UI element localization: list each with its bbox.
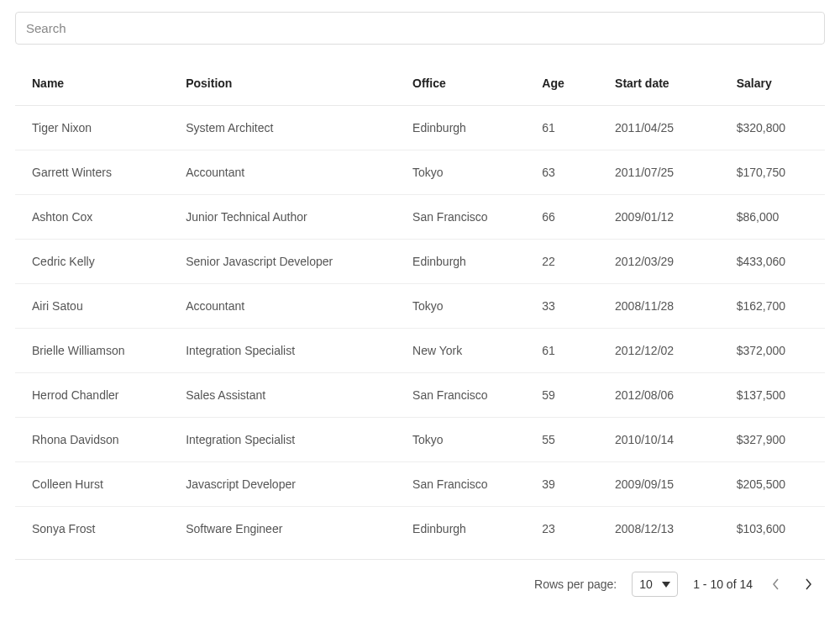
cell-salary: $433,060: [720, 240, 825, 284]
previous-page-button[interactable]: [768, 575, 785, 593]
column-header-position[interactable]: Position: [169, 61, 396, 106]
cell-start_date: 2012/08/06: [598, 373, 720, 418]
search-input[interactable]: [15, 12, 825, 45]
cell-start_date: 2010/10/14: [598, 418, 720, 462]
table-row[interactable]: Tiger NixonSystem ArchitectEdinburgh6120…: [15, 106, 825, 150]
cell-salary: $162,700: [720, 284, 825, 329]
cell-name: Tiger Nixon: [15, 106, 169, 150]
cell-salary: $372,000: [720, 329, 825, 373]
table-row[interactable]: Airi SatouAccountantTokyo332008/11/28$16…: [15, 284, 825, 329]
cell-name: Ashton Cox: [15, 195, 169, 240]
cell-position: Integration Specialist: [169, 329, 396, 373]
data-table-container: Name Position Office Age Start date Sala…: [15, 61, 825, 600]
pagination-range-info: 1 - 10 of 14: [693, 577, 753, 591]
cell-start_date: 2008/12/13: [598, 507, 720, 551]
cell-age: 39: [525, 462, 598, 507]
cell-position: Javascript Developer: [169, 462, 396, 507]
cell-name: Airi Satou: [15, 284, 169, 329]
cell-name: Cedric Kelly: [15, 240, 169, 284]
cell-salary: $320,800: [720, 106, 825, 150]
chevron-left-icon: [773, 578, 780, 590]
table-row[interactable]: Herrod ChandlerSales AssistantSan Franci…: [15, 373, 825, 418]
cell-salary: $137,500: [720, 373, 825, 418]
rows-per-page-select[interactable]: 10: [632, 572, 678, 597]
table-row[interactable]: Ashton CoxJunior Technical AuthorSan Fra…: [15, 195, 825, 240]
cell-age: 59: [525, 373, 598, 418]
cell-start_date: 2011/07/25: [598, 150, 720, 195]
cell-start_date: 2012/12/02: [598, 329, 720, 373]
cell-name: Garrett Winters: [15, 150, 169, 195]
table-row[interactable]: Rhona DavidsonIntegration SpecialistToky…: [15, 418, 825, 462]
cell-position: Junior Technical Author: [169, 195, 396, 240]
table-row[interactable]: Sonya FrostSoftware EngineerEdinburgh232…: [15, 507, 825, 551]
cell-office: Tokyo: [396, 284, 525, 329]
cell-age: 22: [525, 240, 598, 284]
cell-position: Senior Javascript Developer: [169, 240, 396, 284]
cell-salary: $170,750: [720, 150, 825, 195]
next-page-button[interactable]: [800, 575, 816, 593]
cell-position: System Architect: [169, 106, 396, 150]
cell-age: 63: [525, 150, 598, 195]
cell-position: Accountant: [169, 284, 396, 329]
cell-name: Colleen Hurst: [15, 462, 169, 507]
cell-position: Integration Specialist: [169, 418, 396, 462]
cell-office: San Francisco: [396, 373, 525, 418]
cell-start_date: 2011/04/25: [598, 106, 720, 150]
cell-salary: $327,900: [720, 418, 825, 462]
column-header-age[interactable]: Age: [525, 61, 598, 106]
data-table: Name Position Office Age Start date Sala…: [15, 61, 825, 551]
cell-start_date: 2008/11/28: [598, 284, 720, 329]
column-header-salary[interactable]: Salary: [720, 61, 825, 106]
cell-office: Edinburgh: [396, 507, 525, 551]
pagination-bar: Rows per page: 10 1 - 10 of 14: [15, 560, 825, 600]
cell-position: Accountant: [169, 150, 396, 195]
cell-office: Tokyo: [396, 150, 525, 195]
cell-position: Sales Assistant: [169, 373, 396, 418]
cell-name: Sonya Frost: [15, 507, 169, 551]
cell-age: 66: [525, 195, 598, 240]
cell-salary: $86,000: [720, 195, 825, 240]
cell-office: Tokyo: [396, 418, 525, 462]
column-header-office[interactable]: Office: [396, 61, 525, 106]
table-row[interactable]: Colleen HurstJavascript DeveloperSan Fra…: [15, 462, 825, 507]
cell-office: Edinburgh: [396, 106, 525, 150]
cell-name: Brielle Williamson: [15, 329, 169, 373]
cell-salary: $205,500: [720, 462, 825, 507]
cell-age: 33: [525, 284, 598, 329]
column-header-name[interactable]: Name: [15, 61, 169, 106]
cell-age: 23: [525, 507, 598, 551]
cell-age: 61: [525, 106, 598, 150]
table-row[interactable]: Brielle WilliamsonIntegration Specialist…: [15, 329, 825, 373]
cell-position: Software Engineer: [169, 507, 396, 551]
table-row[interactable]: Cedric KellySenior Javascript DeveloperE…: [15, 240, 825, 284]
caret-down-icon: [662, 580, 670, 588]
cell-age: 55: [525, 418, 598, 462]
cell-name: Rhona Davidson: [15, 418, 169, 462]
cell-start_date: 2009/09/15: [598, 462, 720, 507]
table-row[interactable]: Garrett WintersAccountantTokyo632011/07/…: [15, 150, 825, 195]
column-header-startdate[interactable]: Start date: [598, 61, 720, 106]
cell-age: 61: [525, 329, 598, 373]
rows-per-page-label: Rows per page:: [534, 577, 617, 591]
svg-marker-0: [662, 582, 670, 588]
cell-office: Edinburgh: [396, 240, 525, 284]
chevron-right-icon: [805, 578, 811, 590]
cell-salary: $103,600: [720, 507, 825, 551]
cell-start_date: 2012/03/29: [598, 240, 720, 284]
cell-office: San Francisco: [396, 195, 525, 240]
table-header-row: Name Position Office Age Start date Sala…: [15, 61, 825, 106]
rows-per-page-value: 10: [639, 577, 653, 591]
cell-name: Herrod Chandler: [15, 373, 169, 418]
cell-start_date: 2009/01/12: [598, 195, 720, 240]
cell-office: San Francisco: [396, 462, 525, 507]
cell-office: New York: [396, 329, 525, 373]
